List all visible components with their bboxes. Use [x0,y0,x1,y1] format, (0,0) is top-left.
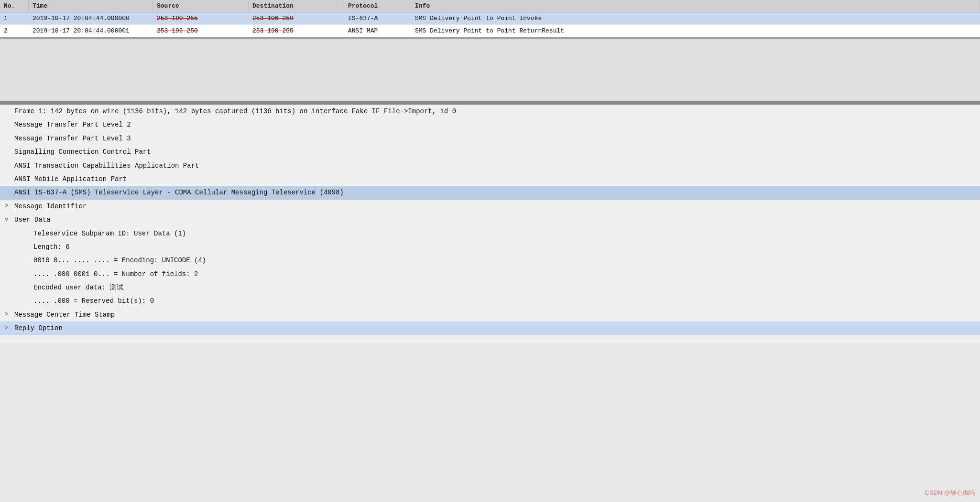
detail-line-sccp[interactable]: Signalling Connection Control Part [0,145,980,159]
detail-text: Message Transfer Part Level 2 [14,119,131,130]
cell-info: SMS Delivery Point to Point Invoke [411,13,980,23]
expand-icon[interactable]: v [5,215,11,224]
detail-text: .... .000 = Reserved bit(s): 0 [33,296,154,306]
detail-line-map[interactable]: ANSI Mobile Application Part [0,172,980,186]
detail-line-msg-id[interactable]: >Message Identifier [0,200,980,213]
detail-line-encoding[interactable]: 0010 0... .... .... = Encoding: UNICODE … [0,254,980,267]
detail-line-encoded-user-data[interactable]: Encoded user data: 测试 [0,281,980,294]
cell-protocol: ANSI MAP [344,26,411,36]
detail-text: ANSI Mobile Application Part [14,174,127,184]
detail-text: ANSI IS-637-A (SMS) Teleservice Layer - … [14,187,344,198]
detail-text: User Data [14,214,51,225]
packet-row[interactable]: 12019-10-17 20:04:44.000000253-190-25525… [0,12,980,25]
col-header-dest: Destination [249,1,344,11]
detail-line-mc-timestamp[interactable]: >Message Center Time Stamp [0,308,980,321]
expand-icon[interactable]: > [5,310,11,319]
cell-time: 2019-10-17 20:04:44.000001 [29,26,153,36]
detail-text: Message Transfer Part Level 3 [14,133,131,144]
col-header-protocol: Protocol [344,1,411,11]
col-header-source: Source [153,1,249,11]
cell-protocol: IS-637-A [344,13,411,23]
packet-list: No. Time Source Destination Protocol Inf… [0,0,980,39]
detail-line-is637[interactable]: ANSI IS-637-A (SMS) Teleservice Layer - … [0,186,980,199]
detail-text: Reply Option [14,323,63,333]
col-header-info: Info [411,1,980,11]
packet-list-header: No. Time Source Destination Protocol Inf… [0,0,980,12]
cell-source: 253-190-255 [153,13,249,23]
col-header-time: Time [29,1,153,11]
detail-section: Frame 1: 142 bytes on wire (1136 bits), … [0,105,980,343]
cell-source: 253-196-250 [153,26,249,36]
detail-line-user-data[interactable]: vUser Data [0,213,980,226]
detail-text: .... .000 0001 0... = Number of fields: … [33,269,198,279]
detail-line-mtp2[interactable]: Message Transfer Part Level 2 [0,118,980,131]
detail-text: Frame 1: 142 bytes on wire (1136 bits), … [14,106,456,117]
detail-text: Message Center Time Stamp [14,310,115,320]
detail-text: ANSI Transaction Capabilities Applicatio… [14,160,199,171]
col-header-no: No. [0,1,29,11]
detail-line-teleservice-subparam[interactable]: Teleservice Subparam ID: User Data (1) [0,227,980,240]
detail-text: Message Identifier [14,201,87,212]
detail-line-frame[interactable]: Frame 1: 142 bytes on wire (1136 bits), … [0,105,980,118]
cell-info: SMS Delivery Point to Point ReturnResult [411,26,980,36]
packet-rows: 12019-10-17 20:04:44.000000253-190-25525… [0,12,980,37]
detail-line-num-fields[interactable]: .... .000 0001 0... = Number of fields: … [0,267,980,281]
detail-text: 0010 0... .... .... = Encoding: UNICODE … [33,255,206,266]
cell-no: 1 [0,13,29,23]
detail-text: Signalling Connection Control Part [14,147,151,157]
spacer [0,39,980,101]
cell-dest: 253-190-255 [249,26,344,36]
detail-line-mtp3[interactable]: Message Transfer Part Level 3 [0,132,980,145]
expand-icon[interactable]: > [5,324,11,333]
cell-time: 2019-10-17 20:04:44.000000 [29,13,153,23]
cell-dest: 253-106-250 [249,13,344,23]
expand-icon[interactable]: > [5,202,11,211]
packet-row[interactable]: 22019-10-17 20:04:44.000001253-196-25025… [0,25,980,37]
cell-no: 2 [0,26,29,36]
detail-text: Length: 6 [33,242,70,252]
detail-line-reserved-bits[interactable]: .... .000 = Reserved bit(s): 0 [0,294,980,308]
watermark: CSDN @静心编码 [925,489,975,497]
divider-bar[interactable] [0,101,980,105]
detail-text: Teleservice Subparam ID: User Data (1) [33,228,186,239]
detail-text: Encoded user data: 测试 [33,282,123,293]
detail-line-reply-option[interactable]: >Reply Option [0,321,980,335]
detail-line-length[interactable]: Length: 6 [0,240,980,254]
detail-line-tcap[interactable]: ANSI Transaction Capabilities Applicatio… [0,159,980,172]
detail-lines: Frame 1: 142 bytes on wire (1136 bits), … [0,105,980,335]
